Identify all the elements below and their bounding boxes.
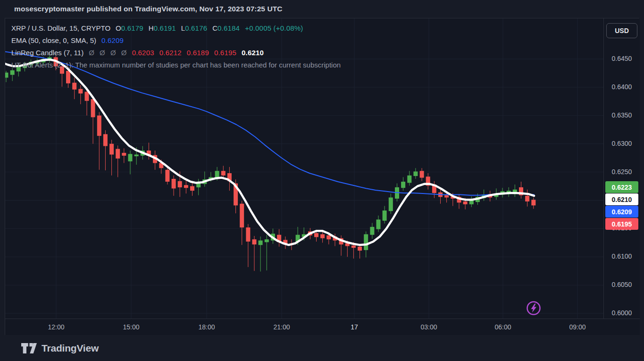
time-tick-label: 15:00	[123, 323, 139, 331]
price-tick-label: 0.6300	[604, 140, 640, 147]
lightning-icon	[526, 300, 542, 316]
price-tick-label: 0.6400	[604, 83, 640, 91]
price-flag-label: 0.6195	[605, 218, 638, 230]
time-tick-label: 09:00	[569, 323, 585, 331]
price-axis[interactable]: USD 0.64500.64000.63500.63000.62500.6200…	[603, 18, 640, 319]
time-tick-label: 17	[351, 323, 358, 331]
time-tick-label: 12:00	[48, 323, 64, 331]
price-tick-label: 0.6250	[604, 168, 640, 176]
time-tick-label: 03:00	[420, 323, 437, 331]
gridlines	[5, 18, 603, 319]
price-tick-label: 0.6450	[604, 55, 640, 62]
tradingview-snapshot: mosescryptomaster published on TradingVi…	[0, 0, 644, 361]
ema-line	[5, 51, 534, 195]
time-tick-label: 06:00	[494, 323, 511, 331]
price-tick-label: 0.6000	[604, 309, 640, 317]
price-tick-label: 0.6050	[604, 281, 640, 288]
price-tick-label: 0.6100	[604, 252, 640, 260]
time-axis[interactable]: 12:0015:0018:0021:001703:0006:0009:00	[5, 319, 640, 335]
price-tick-label: 0.6350	[604, 111, 640, 119]
attribution-text: mosescryptomaster published on TradingVi…	[14, 5, 283, 13]
chart-widget: XRP / U.S. Dollar, 15, CRYPTO O0.6179 H0…	[5, 18, 639, 335]
tradingview-logo-icon	[21, 342, 37, 354]
price-flag-label: 0.6223	[605, 181, 638, 193]
price-flag-label: 0.6210	[605, 193, 638, 205]
time-tick-label: 21:00	[273, 323, 290, 331]
chart-plot-area[interactable]: XRP / U.S. Dollar, 15, CRYPTO O0.6179 H0…	[5, 18, 603, 319]
tradingview-logo[interactable]: TradingView	[21, 342, 99, 354]
boost-icon[interactable]	[526, 300, 542, 316]
footer-bar: TradingView	[0, 335, 644, 361]
currency-toggle-button[interactable]: USD	[606, 23, 637, 38]
price-flag-label: 0.6209	[605, 206, 638, 218]
attribution-bar: mosescryptomaster published on TradingVi…	[0, 0, 644, 18]
candlestick-chart[interactable]	[5, 18, 603, 319]
tradingview-logo-text: TradingView	[42, 343, 99, 354]
time-tick-label: 18:00	[198, 323, 215, 331]
